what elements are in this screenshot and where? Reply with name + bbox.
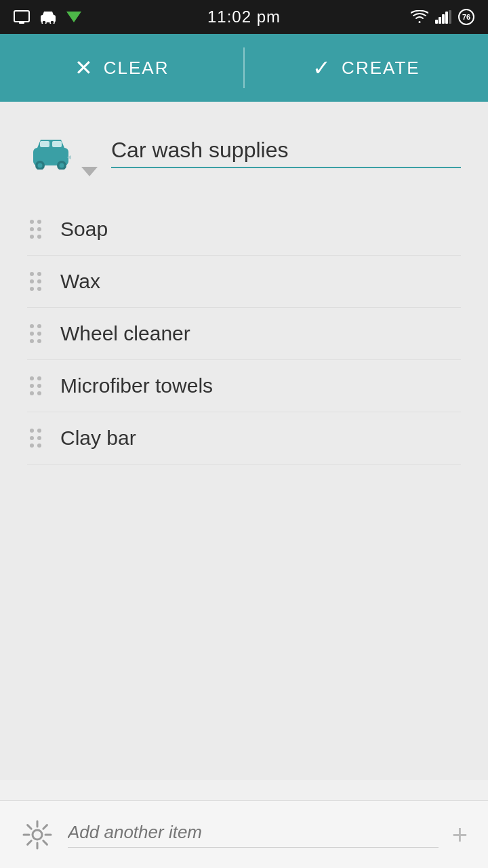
list-title-row xyxy=(27,122,461,183)
svg-marker-6 xyxy=(66,12,81,22)
list-item: Clay bar xyxy=(27,412,461,465)
svg-line-28 xyxy=(43,825,47,829)
wifi-icon xyxy=(411,10,428,24)
car-status-icon xyxy=(39,10,57,24)
item-text: Clay bar xyxy=(60,427,461,450)
add-item-input[interactable] xyxy=(68,822,439,848)
battery-level: 76 xyxy=(462,13,470,21)
item-text: Microfiber towels xyxy=(60,374,461,397)
main-content: Soap Wax Wheel cleaner Mic xyxy=(0,102,488,780)
svg-line-27 xyxy=(43,840,47,844)
status-bar: 11:02 pm 76 xyxy=(0,0,488,34)
gear-icon xyxy=(22,820,52,850)
create-button[interactable]: ✓ CREATE xyxy=(245,34,488,102)
status-bar-right: 76 xyxy=(411,9,474,25)
svg-rect-1 xyxy=(19,22,24,24)
list-category-icon[interactable] xyxy=(27,129,75,176)
svg-marker-3 xyxy=(43,12,54,15)
svg-line-26 xyxy=(28,825,32,829)
clear-button[interactable]: ✕ CLEAR xyxy=(0,34,243,102)
item-text: Wax xyxy=(60,270,461,293)
item-text: Wheel cleaner xyxy=(60,322,461,345)
status-time: 11:02 pm xyxy=(207,7,281,26)
list-item: Microfiber towels xyxy=(27,360,461,412)
svg-point-5 xyxy=(50,20,54,24)
create-label: CREATE xyxy=(342,58,420,79)
svg-rect-10 xyxy=(445,12,448,24)
item-text: Soap xyxy=(60,218,461,241)
svg-rect-15 xyxy=(52,141,62,147)
status-bar-left xyxy=(14,10,81,24)
create-check-icon: ✓ xyxy=(312,55,331,81)
svg-rect-7 xyxy=(435,20,438,24)
list-items-container: Soap Wax Wheel cleaner Mic xyxy=(27,203,461,465)
svg-point-21 xyxy=(33,830,42,840)
svg-point-4 xyxy=(42,20,46,24)
drag-handle[interactable] xyxy=(27,321,44,346)
screenshot-icon xyxy=(14,10,30,24)
svg-rect-11 xyxy=(449,10,451,24)
drag-handle[interactable] xyxy=(27,217,44,241)
svg-point-19 xyxy=(60,163,64,168)
list-title-input[interactable] xyxy=(111,138,461,163)
drag-handle[interactable] xyxy=(27,426,44,450)
nav-icon xyxy=(66,12,81,22)
clear-label: CLEAR xyxy=(104,58,169,79)
toolbar: ✕ CLEAR ✓ CREATE xyxy=(0,34,488,102)
svg-rect-9 xyxy=(442,14,445,24)
car-icon xyxy=(30,136,71,170)
battery-icon: 76 xyxy=(458,9,474,25)
svg-rect-14 xyxy=(40,141,49,147)
caret-icon xyxy=(81,167,98,176)
clear-x-icon: ✕ xyxy=(75,55,93,81)
drag-handle[interactable] xyxy=(27,269,44,294)
list-item: Wax xyxy=(27,256,461,308)
svg-rect-8 xyxy=(439,17,441,24)
settings-button[interactable] xyxy=(20,818,54,852)
svg-rect-0 xyxy=(14,11,29,22)
svg-line-29 xyxy=(28,840,32,844)
svg-point-18 xyxy=(38,163,43,168)
drag-handle[interactable] xyxy=(27,374,44,398)
title-input-wrapper xyxy=(111,138,461,168)
list-item: Wheel cleaner xyxy=(27,308,461,360)
bottom-bar: + xyxy=(0,800,488,868)
list-item: Soap xyxy=(27,203,461,256)
signal-icon xyxy=(435,10,451,24)
add-item-button[interactable]: + xyxy=(452,821,468,848)
